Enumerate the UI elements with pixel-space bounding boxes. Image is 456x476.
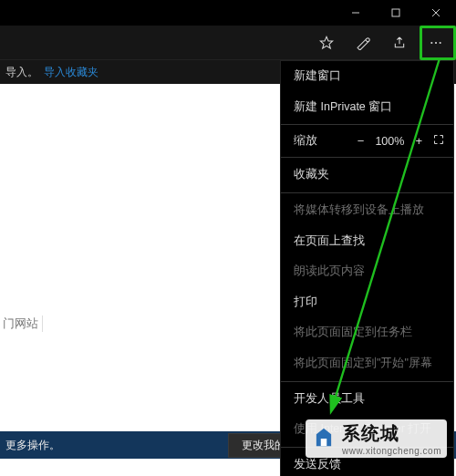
menu-read-aloud: 朗读此页内容 [281,256,453,287]
menu-print[interactable]: 打印 [281,287,453,318]
fullscreen-icon[interactable] [433,134,444,148]
side-label: 门网站 [3,316,43,332]
menu-separator [281,381,453,382]
share-icon[interactable] [383,27,416,58]
menu-pin-taskbar: 将此页面固定到任务栏 [281,317,453,348]
menu-dev-tools[interactable]: 开发人员工具 [281,384,453,415]
menu-separator [281,124,453,125]
svg-rect-1 [392,9,399,16]
menu-pin-start: 将此页面固定到"开始"屏幕 [281,348,453,379]
menu-find-on-page[interactable]: 在页面上查找 [281,226,453,257]
window-maximize-button[interactable] [376,0,416,26]
menu-separator [281,192,453,193]
zoom-out-button[interactable]: − [358,134,365,148]
menu-favorites[interactable]: 收藏夹 [281,160,453,191]
zoom-in-button[interactable]: + [415,134,422,148]
svg-marker-4 [320,36,332,48]
menu-separator [281,157,453,158]
reading-list-icon[interactable] [347,27,379,58]
svg-rect-11 [321,439,327,446]
watermark: 系统城 www.xitongcheng.com [306,419,447,458]
menu-new-inprivate[interactable]: 新建 InPrivate 窗口 [281,92,453,123]
zoom-value: 100% [375,135,404,148]
menu-zoom-row: 缩放 − 100% + [281,127,453,155]
menu-zoom-label: 缩放 [294,133,317,149]
window-minimize-button[interactable] [336,0,376,26]
svg-point-6 [435,41,437,43]
prompt-message: 更多操作。 [5,438,60,453]
watermark-brand: 系统城 [342,421,441,446]
more-options-menu: 新建窗口 新建 InPrivate 窗口 缩放 − 100% + 收藏夹 将媒体… [280,60,454,476]
svg-point-7 [440,41,441,43]
watermark-url: www.xitongcheng.com [342,446,441,456]
menu-new-window[interactable]: 新建窗口 [281,61,453,92]
watermark-logo-icon [311,427,337,450]
svg-point-5 [430,41,432,43]
favorites-icon[interactable] [310,27,343,58]
import-favorites-link[interactable]: 导入收藏夹 [44,65,98,80]
more-options-button[interactable] [420,27,452,58]
menu-cast: 将媒体转移到设备上播放 [281,195,453,226]
window-close-button[interactable] [416,0,456,26]
info-text: 导入。 [5,65,38,80]
